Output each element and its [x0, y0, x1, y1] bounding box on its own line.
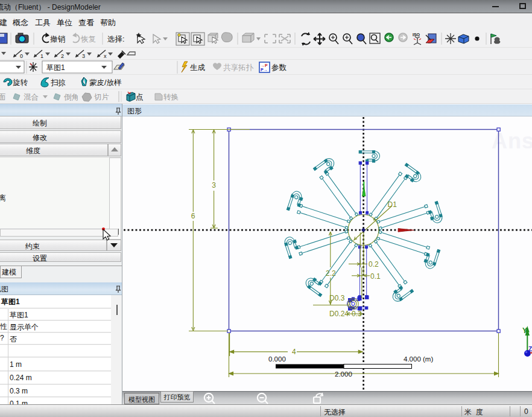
- svg-text:D0.24: D0.24: [329, 310, 349, 318]
- svg-text:P→: P→: [261, 68, 268, 72]
- svg-text:共享拓扑: 共享拓扑: [223, 63, 254, 72]
- svg-text:ISO: ISO: [413, 33, 420, 37]
- svg-text:参数: 参数: [271, 63, 287, 72]
- svg-text:3: 3: [212, 181, 216, 189]
- svg-text:混合: 混合: [24, 93, 39, 101]
- svg-text:切片: 切片: [93, 93, 109, 101]
- svg-text:2.2: 2.2: [326, 269, 336, 278]
- svg-text:扫掠: 扫掠: [51, 78, 66, 87]
- svg-text:0: 0: [20, 53, 23, 59]
- svg-text:撤销: 撤销: [50, 35, 66, 43]
- svg-text:2: 2: [61, 53, 64, 59]
- svg-text:蒙皮/放样: 蒙皮/放样: [89, 78, 122, 87]
- svg-text:6: 6: [191, 212, 195, 220]
- svg-text:草图1: 草图1: [46, 63, 65, 72]
- svg-text:生成: 生成: [190, 63, 206, 72]
- svg-text:选择:: 选择:: [107, 35, 124, 43]
- svg-text:D1: D1: [388, 200, 397, 209]
- svg-text:4: 4: [292, 348, 296, 356]
- svg-text:0.000: 0.000: [268, 355, 286, 363]
- svg-text:0.2: 0.2: [369, 260, 379, 269]
- svg-text:x: x: [104, 53, 107, 59]
- svg-text:倒角: 倒角: [64, 93, 79, 101]
- svg-text:1: 1: [40, 53, 43, 59]
- svg-text:转换: 转换: [163, 93, 179, 101]
- svg-text:3: 3: [82, 53, 85, 59]
- svg-text:0.1: 0.1: [370, 272, 381, 281]
- svg-text:旋转: 旋转: [13, 78, 28, 87]
- svg-text:面: 面: [0, 93, 6, 101]
- svg-text:0.3: 0.3: [352, 310, 362, 318]
- svg-text:2.000: 2.000: [335, 371, 352, 378]
- svg-text:D0.3: D0.3: [329, 294, 345, 302]
- svg-text:恢复: 恢复: [80, 35, 96, 43]
- svg-text:4.000 (m): 4.000 (m): [404, 355, 433, 363]
- svg-text:点: 点: [136, 93, 144, 101]
- svg-text:→P: →P: [261, 63, 268, 68]
